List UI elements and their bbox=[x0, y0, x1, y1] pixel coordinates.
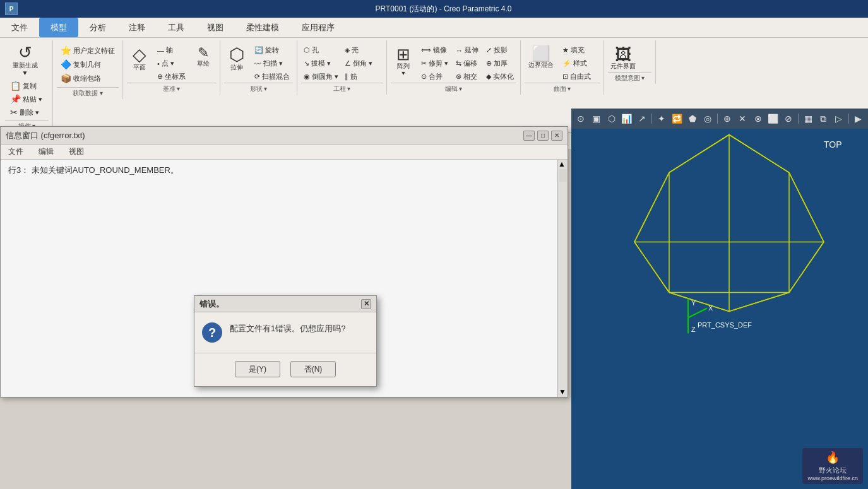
user-feature-button[interactable]: ⭐用户定义特征 bbox=[58, 44, 117, 57]
copy-button[interactable]: 📋复制 bbox=[8, 80, 45, 92]
component-interface-button[interactable]: 🖼 元件界面 bbox=[608, 44, 638, 72]
axis-icon: — bbox=[157, 47, 164, 54]
menu-annotation[interactable]: 注释 bbox=[117, 18, 157, 37]
sweep-blend-button[interactable]: ⟳ 扫描混合 bbox=[252, 71, 292, 83]
menu-flexible[interactable]: 柔性建模 bbox=[235, 18, 290, 37]
no-button[interactable]: 否(N) bbox=[290, 361, 336, 377]
info-close-button[interactable]: ✕ bbox=[551, 131, 562, 141]
regenerate-button[interactable]: ↺ 重新生成 ▼ bbox=[8, 42, 43, 80]
ribbon-group-datum: ◇ 平面 — 轴 • 点 ▾ ⊕ 坐标系 ✎ 草绘 基准 ▾ bbox=[124, 40, 220, 95]
window-title: PRT0001 (活动的) - Creo Parametric 4.0 bbox=[24, 4, 863, 15]
revolve-button[interactable]: 🔄 旋转 bbox=[252, 44, 292, 56]
yes-button[interactable]: 是(Y) bbox=[235, 361, 280, 377]
vp-pan-button[interactable]: ⬟ bbox=[686, 111, 699, 126]
viewport[interactable]: TOP Y X Z PRT_CSYS_DEF 🔥 野火论坛 www.proewi… bbox=[571, 109, 868, 489]
ribbon-group-model-intent: 🖼 元件界面 模型意图 ▾ bbox=[605, 40, 656, 84]
sweep-blend-icon: ⟳ bbox=[254, 73, 260, 81]
scroll-down-button[interactable]: ▼ bbox=[559, 387, 566, 396]
draft-button[interactable]: ↘ 拔模 ▾ bbox=[301, 57, 341, 69]
shape-label[interactable]: 形状 ▾ bbox=[224, 83, 293, 95]
vp-arrow-button[interactable]: ↗ bbox=[635, 111, 649, 126]
vp-more-button[interactable]: ⧉ bbox=[816, 111, 830, 126]
point-button[interactable]: • 点 ▾ bbox=[155, 57, 188, 69]
copy-geometry-button[interactable]: 🔷复制几何 bbox=[58, 58, 117, 71]
info-menu-file[interactable]: 文件 bbox=[6, 145, 26, 158]
ribbon-group-operations: ↺ 重新生成 ▼ 📋复制 📌粘贴 ▾ ✂删除 ▾ 操作 ▾ bbox=[3, 40, 53, 132]
boundary-blend-button[interactable]: ⬜ 边界混合 bbox=[525, 44, 557, 71]
offset-button[interactable]: ⇆ 偏移 bbox=[453, 57, 481, 69]
fill-button[interactable]: ★ 填充 bbox=[560, 44, 593, 56]
vp-intersect-button[interactable]: ⊗ bbox=[751, 111, 764, 126]
vp-box-button[interactable]: ⬜ bbox=[766, 111, 780, 126]
array-icon: ⊞ bbox=[396, 46, 410, 62]
menu-apps[interactable]: 应用程序 bbox=[290, 18, 346, 37]
chamfer-button[interactable]: ∠ 倒角 ▾ bbox=[342, 57, 375, 69]
extrude-button[interactable]: ⬡ 拉伸 bbox=[224, 44, 249, 73]
vp-extend-button[interactable]: ▶ bbox=[852, 111, 865, 126]
plane-button[interactable]: ◇ 平面 bbox=[127, 44, 152, 73]
vp-refit-button[interactable]: ⊙ bbox=[574, 111, 588, 126]
trim-button[interactable]: ✂ 修剪 ▾ bbox=[419, 57, 451, 69]
vp-grid-button[interactable]: ▦ bbox=[801, 111, 815, 126]
shrinkwrap-button[interactable]: 📦收缩包络 bbox=[58, 72, 117, 85]
info-scrollbar[interactable]: ▲ ▼ bbox=[557, 160, 568, 397]
array-button[interactable]: ⊞ 阵列 ▼ bbox=[391, 44, 416, 79]
vp-display-button[interactable]: 📊 bbox=[620, 111, 634, 126]
shrinkwrap-icon: 📦 bbox=[61, 73, 71, 83]
sweep-icon: 〰 bbox=[254, 60, 261, 68]
surface-label[interactable]: 曲面 ▾ bbox=[525, 83, 600, 95]
delete-button[interactable]: ✂删除 ▾ bbox=[8, 106, 45, 119]
vp-view-button[interactable]: ▣ bbox=[589, 111, 603, 126]
scroll-thumb[interactable] bbox=[559, 169, 567, 182]
menu-model[interactable]: 模型 bbox=[39, 18, 78, 37]
info-restore-button[interactable]: □ bbox=[537, 131, 549, 141]
merge-button[interactable]: ⊙ 合并 bbox=[419, 71, 451, 83]
freestyle-button[interactable]: ⊡ 自由式 bbox=[560, 71, 593, 83]
info-window-titlebar[interactable]: 信息窗口 (cfgerror.txt) — □ ✕ bbox=[1, 127, 568, 144]
intersect-button[interactable]: ⊗ 相交 bbox=[453, 71, 481, 83]
mirror-icon: ⟺ bbox=[421, 46, 431, 54]
scroll-up-button[interactable]: ▲ bbox=[558, 160, 568, 168]
getdata-label[interactable]: 获取数据 ▾ bbox=[57, 87, 119, 99]
shell-button[interactable]: ◈ 壳 bbox=[342, 44, 375, 56]
menu-file[interactable]: 文件 bbox=[0, 18, 39, 37]
vp-zoom-button[interactable]: ◎ bbox=[701, 111, 715, 126]
vp-play-button[interactable]: ▷ bbox=[832, 111, 846, 126]
vp-shading-button[interactable]: ⬡ bbox=[605, 111, 619, 126]
vp-cross-button[interactable]: ⊕ bbox=[720, 111, 734, 126]
solidify-button[interactable]: ◆ 实体化 bbox=[484, 71, 516, 83]
copy-icon: 📋 bbox=[10, 81, 21, 91]
draft-icon: ↘ bbox=[304, 59, 309, 68]
datum-label[interactable]: 基准 ▾ bbox=[127, 83, 216, 95]
extend-button[interactable]: ↔ 延伸 bbox=[453, 44, 481, 56]
vp-close-button[interactable]: ✕ bbox=[735, 111, 749, 126]
model-intent-label[interactable]: 模型意图 ▾ bbox=[608, 72, 651, 84]
coord-system-button[interactable]: ⊕ 坐标系 bbox=[155, 71, 188, 83]
info-minimize-button[interactable]: — bbox=[523, 131, 535, 141]
round-button[interactable]: ◉ 倒圆角 ▾ bbox=[301, 71, 341, 83]
engineering-label[interactable]: 工程 ▾ bbox=[301, 83, 383, 95]
svg-text:Z: Z bbox=[691, 326, 696, 333]
axis-button[interactable]: — 轴 bbox=[155, 44, 188, 56]
sweep-button[interactable]: 〰 扫描 ▾ bbox=[252, 57, 292, 69]
style-button[interactable]: ⚡ 样式 bbox=[560, 57, 593, 69]
rib-icon: ∥ bbox=[345, 73, 348, 81]
menu-view[interactable]: 视图 bbox=[196, 18, 235, 37]
rib-button[interactable]: ∥ 筋 bbox=[342, 71, 375, 83]
menu-tools[interactable]: 工具 bbox=[157, 18, 196, 37]
project-button[interactable]: ⤢ 投影 bbox=[484, 44, 516, 56]
error-dialog-body: ? 配置文件有1错误。仍想应用吗? bbox=[194, 312, 376, 353]
vp-rotate-button[interactable]: 🔁 bbox=[670, 111, 684, 126]
thicken-button[interactable]: ⊕ 加厚 bbox=[484, 57, 516, 69]
info-menu-view[interactable]: 视图 bbox=[66, 145, 86, 158]
hole-button[interactable]: ⬡ 孔 bbox=[301, 44, 341, 56]
vp-cut-button[interactable]: ⊘ bbox=[782, 111, 795, 126]
sketch-button[interactable]: ✎ 草绘 bbox=[191, 44, 216, 69]
info-menu-edit[interactable]: 编辑 bbox=[36, 145, 56, 158]
paste-button[interactable]: 📌粘贴 ▾ bbox=[8, 93, 45, 105]
error-dialog-close-button[interactable]: ✕ bbox=[361, 299, 371, 309]
edit-label[interactable]: 编辑 ▾ bbox=[391, 83, 516, 95]
mirror-button[interactable]: ⟺ 镜像 bbox=[419, 44, 451, 56]
vp-star-button[interactable]: ✦ bbox=[655, 111, 669, 126]
menu-analysis[interactable]: 分析 bbox=[78, 18, 117, 37]
